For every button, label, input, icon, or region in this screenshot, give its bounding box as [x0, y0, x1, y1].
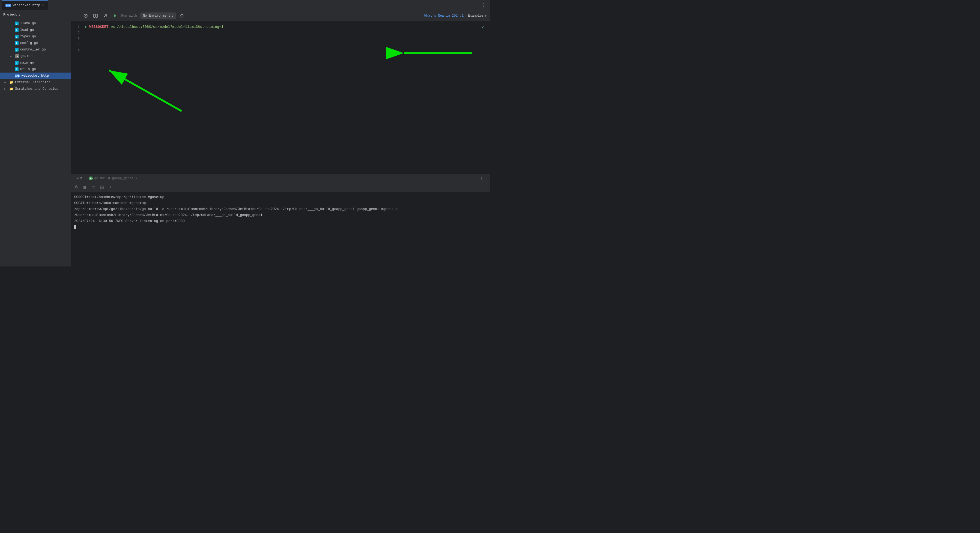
sidebar-item-external-libraries[interactable]: ▶ 📁 External Libraries	[0, 79, 71, 86]
top-tab-bar: API websocket.http × ⋮	[0, 0, 490, 10]
run-tab-label: Run	[76, 177, 83, 180]
cursor	[74, 225, 76, 229]
check-icon: ✓	[482, 24, 485, 30]
add-request-button[interactable]: +	[74, 13, 80, 19]
sidebar-item-load-go[interactable]: g load.go	[0, 27, 71, 33]
go-file-icon: g	[15, 35, 19, 38]
split-icon	[93, 14, 98, 18]
restart-icon	[75, 185, 78, 189]
console-line-3: /opt/homebrew/opt/go/libexec/bin/go buil…	[74, 206, 487, 212]
sidebar-item-main-go[interactable]: g main.go	[0, 59, 71, 66]
editor-area: +	[71, 10, 490, 266]
console-line-4: /Users/mukulmantosh/Library/Caches/JetBr…	[74, 212, 487, 218]
sidebar-item-config-go[interactable]: g config.go	[0, 40, 71, 46]
sidebar-item-llama-go[interactable]: g llama.go	[0, 20, 71, 27]
go-file-icon: g	[15, 48, 19, 52]
line-numbers: 1 2 3 4 5	[71, 21, 82, 174]
env-label: No Environment	[143, 14, 170, 18]
bottom-panel: Run ● go build goapp_genai × ⋮ —	[71, 174, 490, 266]
run-button[interactable]	[111, 13, 119, 19]
tab-close-button[interactable]: ×	[42, 3, 45, 8]
console-line-2: GOPATH=/Users/mukulmantosh #gosetup	[74, 200, 487, 206]
env-chevron-icon: ∨	[172, 14, 173, 18]
trash-button[interactable]	[99, 185, 105, 191]
sidebar-item-go-mod[interactable]: ▶ m go.mod	[0, 53, 71, 59]
build-tab-close-button[interactable]: ×	[135, 177, 137, 180]
code-line-3	[85, 36, 487, 42]
sidebar-item-label: go.mod	[21, 54, 32, 58]
examples-button[interactable]: Examples ∨	[468, 14, 487, 18]
split-button[interactable]	[92, 13, 99, 19]
folder-icon: 📁	[9, 81, 13, 84]
sidebar-item-label: types.go	[20, 35, 36, 38]
sidebar: Project ∨ g llama.go g load.go g types.g…	[0, 10, 71, 266]
go-file-icon: g	[15, 41, 19, 45]
filter-button[interactable]	[90, 185, 97, 191]
history-button[interactable]	[82, 13, 89, 19]
bottom-toolbar: ⋮	[71, 183, 490, 192]
refresh-icon	[180, 14, 184, 18]
sidebar-item-label: Scratches and Consoles	[15, 87, 58, 91]
tab-run[interactable]: Run	[73, 174, 86, 183]
code-line-5	[85, 48, 487, 54]
editor-toolbar: +	[71, 10, 490, 21]
sidebar-item-websocket-http[interactable]: API websocket.http	[0, 73, 71, 79]
sidebar-item-utils-go[interactable]: g utils.go	[0, 66, 71, 73]
examples-label: Examples	[468, 14, 484, 18]
sidebar-item-types-go[interactable]: g types.go	[0, 33, 71, 40]
more-options-button[interactable]: ⋮	[107, 185, 114, 191]
sidebar-item-label: config.go	[20, 41, 38, 45]
run-with-container: Run with: No Environment ∨	[121, 13, 176, 19]
sidebar-content: g llama.go g load.go g types.go g config…	[0, 19, 71, 266]
go-file-icon: g	[15, 67, 19, 71]
folder-icon: 📁	[9, 87, 13, 91]
redirect-icon	[103, 14, 108, 18]
whats-new-link[interactable]: What's New in 2024.1	[424, 14, 463, 18]
more-options-icon[interactable]: ⋮	[480, 176, 484, 181]
run-with-label: Run with:	[121, 14, 139, 18]
refresh-button[interactable]	[178, 13, 186, 19]
expand-arrow-icon: ▶	[4, 81, 8, 84]
examples-chevron-icon: ∨	[485, 14, 487, 18]
code-content[interactable]: ▶ WEBSOCKET ws://localhost:8080/ws/model…	[82, 21, 490, 174]
code-line-4	[85, 42, 487, 48]
restart-button[interactable]	[73, 185, 80, 191]
build-status-icon: ●	[89, 177, 93, 180]
tab-websocket-http[interactable]: API websocket.http ×	[2, 0, 48, 10]
go-file-icon: g	[15, 28, 19, 32]
sidebar-item-controller-go[interactable]: g controller.go	[0, 46, 71, 53]
tab-build[interactable]: ● go build goapp_genai ×	[86, 174, 140, 183]
line-run-button[interactable]: ▶	[85, 24, 87, 30]
sidebar-header[interactable]: Project ∨	[0, 10, 71, 19]
svg-marker-3	[114, 14, 116, 18]
redirect-button[interactable]	[102, 13, 109, 19]
environment-selector[interactable]: No Environment ∨	[140, 13, 176, 19]
sidebar-item-label: load.go	[20, 28, 34, 32]
sidebar-item-label: main.go	[20, 61, 34, 65]
expand-arrow-icon: ▶	[4, 88, 8, 91]
stop-button[interactable]	[82, 185, 88, 191]
minimize-icon[interactable]: —	[486, 177, 488, 181]
sidebar-chevron-icon: ∨	[19, 13, 20, 16]
sidebar-item-label: utils.go	[20, 67, 36, 71]
code-line-1: ▶ WEBSOCKET ws://localhost:8080/ws/model…	[85, 24, 487, 30]
sidebar-item-label: llama.go	[20, 22, 36, 25]
sidebar-title: Project	[3, 13, 17, 17]
sidebar-item-scratches-consoles[interactable]: ▶ 📁 Scratches and Consoles	[0, 86, 71, 92]
svg-rect-2	[96, 14, 97, 18]
sidebar-item-label: controller.go	[20, 48, 46, 52]
bottom-tab-actions: ⋮ —	[480, 176, 488, 181]
websocket-url: ws://localhost:8080/ws/model?model=llama…	[110, 24, 223, 30]
console-output: GOROOT=/opt/homebrew/opt/go/libexec #gos…	[71, 192, 490, 266]
history-icon	[83, 14, 88, 18]
stop-icon	[83, 186, 86, 189]
go-file-icon: g	[15, 22, 19, 25]
sidebar-item-label: External Libraries	[15, 81, 51, 84]
mod-file-icon: m	[15, 54, 19, 58]
api-icon: API	[5, 4, 11, 7]
go-file-icon: g	[15, 61, 19, 65]
code-line-2	[85, 30, 487, 36]
tab-more-button[interactable]: ⋮	[479, 2, 488, 8]
build-tab-label: go build goapp_genai	[94, 177, 134, 180]
api-icon: API	[15, 75, 20, 78]
